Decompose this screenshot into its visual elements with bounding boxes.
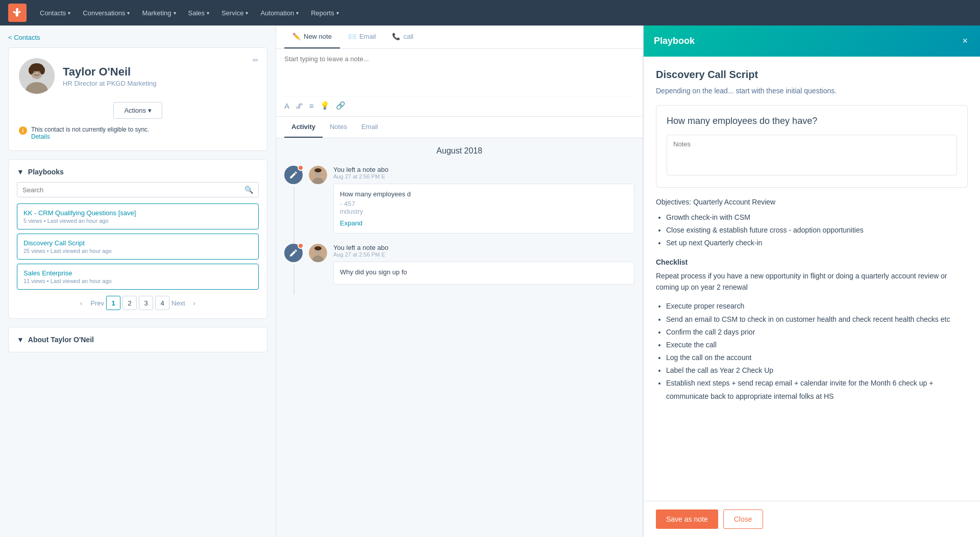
tab-new-note[interactable]: ✏️ New note	[284, 25, 340, 48]
playbooks-section: ▼ Playbooks 🔍 KK - CRM Qualifying Questi…	[8, 159, 267, 319]
note-field: How many employees d	[340, 190, 628, 198]
tab-email[interactable]: ✉️ Email	[340, 25, 384, 48]
playbook-meta: 5 views • Last viewed an hour ago	[23, 218, 252, 224]
pagination-next-label[interactable]: Next	[172, 299, 185, 307]
activity-body: You left a note abo Aug 27 at 2:56 PM E …	[333, 166, 634, 234]
chevron-down-icon: ▾	[127, 10, 130, 16]
pagination-next[interactable]: ›	[187, 296, 202, 310]
phone-icon: 📞	[392, 33, 400, 40]
objectives-label: Objectives: Quarterly Account Review	[656, 198, 968, 206]
left-panel: < Contacts	[0, 25, 276, 537]
pagination: ‹ Prev 1 2 3 4 Next ›	[17, 296, 259, 310]
nav-conversations[interactable]: Conversations ▾	[78, 6, 135, 20]
page-3[interactable]: 3	[139, 296, 153, 310]
user-avatar	[309, 244, 327, 262]
search-box: 🔍	[17, 182, 259, 197]
text-icon[interactable]: A	[284, 101, 289, 110]
lightbulb-icon[interactable]: 💡	[320, 101, 330, 110]
page-1[interactable]: 1	[106, 296, 120, 310]
page-2[interactable]: 2	[122, 296, 137, 310]
svg-point-3	[34, 71, 35, 73]
note-toolbar: A 🖇 ≡ 💡 🔗	[284, 96, 634, 110]
note-value: - 457	[340, 200, 628, 208]
playbook-panel: Playbook × Discovery Call Script Dependi…	[643, 25, 980, 537]
nav-automation[interactable]: Automation ▾	[255, 6, 304, 20]
list-item: Label the call as Year 2 Check Up	[666, 364, 968, 377]
playbook-item-2[interactable]: Sales Enterprise 11 views • Last viewed …	[17, 264, 259, 290]
search-input[interactable]	[22, 186, 244, 194]
contact-name: Taylor O'Neil	[63, 65, 257, 79]
page-4[interactable]: 4	[155, 296, 169, 310]
objectives-list: Growth check-in with CSM Close existing …	[656, 211, 968, 250]
search-icon: 🔍	[244, 186, 253, 194]
about-header[interactable]: ▼ About Taylor O'Neil	[17, 336, 259, 344]
list-item: Confirm the call 2 days prior	[666, 326, 968, 339]
middle-panel: ✏️ New note ✉️ Email 📞 call A 🖇 ≡	[276, 25, 643, 537]
note-compose: A 🖇 ≡ 💡 🔗	[276, 49, 643, 117]
list-item: Execute the call	[666, 339, 968, 351]
save-as-note-button[interactable]: Save as note	[656, 509, 718, 529]
expand-link[interactable]: Expand	[340, 219, 362, 227]
activity-note: How many employees d - 457 industry Expa…	[333, 184, 634, 234]
playbook-body: Discovery Call Script Depending on the l…	[644, 57, 980, 501]
note-input[interactable]	[284, 55, 634, 91]
hubspot-logo[interactable]	[8, 4, 27, 22]
list-item: Close existing & establish future cross …	[666, 224, 968, 237]
list-item: Execute proper research	[666, 300, 968, 313]
chevron-down-icon: ▾	[246, 10, 248, 16]
chevron-down-icon: ▾	[296, 10, 299, 16]
nav-sales[interactable]: Sales ▾	[183, 6, 215, 20]
chevron-down-icon: ▾	[68, 10, 70, 16]
playbook-panel-header: Playbook ×	[644, 25, 980, 57]
playbook-objectives: Objectives: Quarterly Account Review Gro…	[656, 198, 968, 250]
chevron-down-icon: ▾	[336, 10, 339, 16]
playbook-title: Discovery Call Script	[23, 239, 252, 247]
notification-dot	[298, 165, 304, 171]
nav-service[interactable]: Service ▾	[216, 6, 253, 20]
playbook-item-0[interactable]: KK - CRM Qualifying Questions [save] 5 v…	[17, 203, 259, 229]
actions-button[interactable]: Actions ▾	[113, 102, 162, 119]
pencil-icon: ✏️	[292, 33, 301, 40]
playbook-item-1[interactable]: Discovery Call Script 25 views • Last vi…	[17, 234, 259, 260]
breadcrumb[interactable]: < Contacts	[8, 34, 267, 41]
tab-call[interactable]: 📞 call	[384, 25, 422, 48]
playbook-close-button[interactable]: ×	[960, 34, 970, 48]
checklist-repeat-text: Repeat process if you have a new opportu…	[656, 270, 968, 293]
playbooks-title: Playbooks	[28, 168, 64, 176]
pagination-prev[interactable]: ‹	[74, 296, 88, 310]
activity-icon	[284, 244, 303, 262]
close-button[interactable]: Close	[723, 509, 763, 529]
playbook-notes-input[interactable]	[667, 135, 957, 175]
month-label: August 2018	[284, 146, 634, 156]
list-icon[interactable]: ≡	[309, 101, 314, 110]
svg-point-15	[314, 246, 322, 250]
tab-notes[interactable]: Notes	[323, 117, 354, 138]
nav-contacts[interactable]: Contacts ▾	[35, 6, 76, 20]
sync-warning: i This contact is not currently eligible…	[19, 126, 257, 140]
attachment-icon[interactable]: 🖇	[296, 101, 303, 110]
svg-point-6	[29, 66, 34, 74]
nav-marketing[interactable]: Marketing ▾	[137, 6, 181, 20]
playbook-footer: Save as note Close	[644, 501, 980, 537]
edit-icon[interactable]: ✏	[253, 56, 259, 64]
tab-email[interactable]: Email	[354, 117, 385, 138]
svg-point-7	[40, 66, 45, 74]
link-icon[interactable]: 🔗	[336, 101, 346, 110]
contact-card-header: Taylor O'Neil HR Director at PKGD Market…	[19, 58, 257, 94]
playbooks-header[interactable]: ▼ Playbooks	[17, 168, 259, 176]
svg-point-11	[314, 168, 322, 172]
about-title: About Taylor O'Neil	[28, 336, 94, 344]
pagination-prev-label[interactable]: Prev	[90, 299, 104, 307]
details-link[interactable]: Details	[31, 133, 50, 140]
contact-info: Taylor O'Neil HR Director at PKGD Market…	[63, 65, 257, 87]
activity-item-0: You left a note abo Aug 27 at 2:56 PM E …	[284, 166, 634, 234]
email-icon: ✉️	[348, 33, 356, 40]
activity-icon	[284, 166, 303, 184]
chevron-down-icon: ▼	[17, 336, 24, 344]
user-avatar	[309, 166, 327, 184]
avatar	[19, 58, 55, 94]
info-icon: i	[19, 126, 27, 135]
nav-reports[interactable]: Reports ▾	[306, 6, 344, 20]
activity-time: Aug 27 at 2:56 PM E	[333, 173, 634, 180]
tab-activity[interactable]: Activity	[284, 117, 323, 138]
